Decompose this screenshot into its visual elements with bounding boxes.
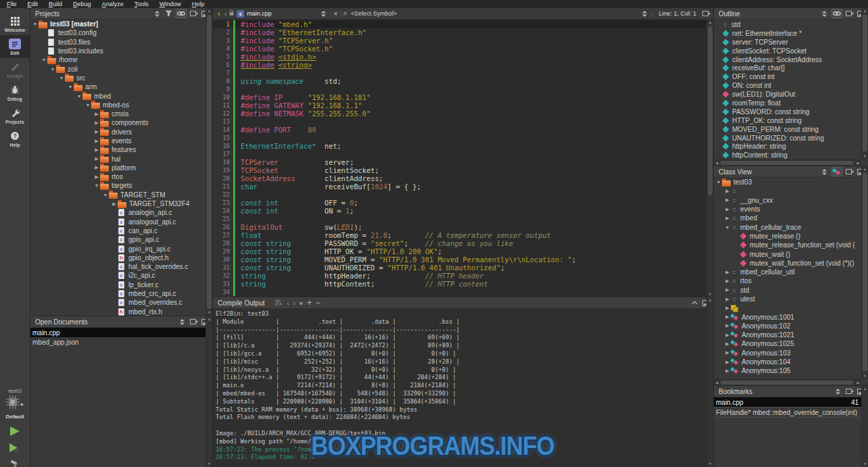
zoom-out-icon[interactable]: − <box>316 298 320 308</box>
tree-item[interactable]: ▶platform <box>30 164 206 172</box>
tree-item[interactable]: ▶Anonymous:103 <box>714 349 861 358</box>
tree-item[interactable]: ▶Anonymous:1025 <box>714 339 861 348</box>
tree-item[interactable]: ▶components <box>30 118 206 127</box>
tree-item[interactable]: ccan_api.c <box>30 226 206 235</box>
tree-item[interactable]: ▼mbed <box>30 91 206 100</box>
code-line[interactable]: 33string httpContent; // HTTP content <box>213 280 706 288</box>
code-line[interactable]: 9 <box>213 85 706 93</box>
tree-item[interactable]: ▶Anonymous:104 <box>714 358 861 366</box>
detach-panel-icon[interactable] <box>189 9 198 18</box>
nav-back-icon[interactable]: ‹ <box>218 9 220 18</box>
tree-item[interactable]: ▶::events <box>714 205 861 214</box>
tree-item[interactable]: mutex_release () <box>714 232 861 241</box>
editor-scrollbar[interactable]: ▲▼ <box>706 20 713 297</box>
outline-item[interactable]: ON: const int <box>714 81 861 90</box>
chevron-right-icon[interactable]: ▶ <box>724 278 731 284</box>
open-document-item[interactable]: mbed_app.json <box>30 337 206 347</box>
code-line[interactable]: 5#include <stdio.h> <box>213 53 706 61</box>
tree-item[interactable]: ▶Anonymous:102 <box>714 322 861 330</box>
debug-run-button[interactable] <box>8 443 22 457</box>
code-line[interactable]: 17 <box>213 150 706 158</box>
tree-item[interactable]: ▶cmsis <box>30 109 206 118</box>
menu-tools[interactable]: Tools <box>129 0 154 8</box>
code-line[interactable]: 18TCPServer server; <box>213 158 706 166</box>
tree-item[interactable]: clp_ticker.c <box>30 280 206 289</box>
collapse-output-icon[interactable] <box>690 299 699 307</box>
outline-item[interactable]: HTTP_OK: const string <box>714 116 861 125</box>
outline-item[interactable]: receiveBuf: char[] <box>714 64 861 72</box>
tree-item[interactable]: ▶Anonymous:1001 <box>714 312 861 321</box>
tree-item[interactable]: ▼zoli <box>30 64 206 73</box>
code-line[interactable]: 20SocketAddress clientAddress; <box>213 174 706 182</box>
tree-item[interactable]: cgpio_api.c <box>30 235 206 244</box>
outline-item[interactable]: clientAddress: SocketAddress <box>714 55 861 64</box>
chevron-right-icon[interactable]: ▶ <box>111 201 118 207</box>
code-line[interactable]: 3#include "TCPServer.h" <box>213 36 706 45</box>
tree-item[interactable]: ▶::rtos <box>714 276 861 285</box>
chevron-right-icon[interactable]: ▶ <box>93 156 100 162</box>
class-view-hscrollbar[interactable]: ◀▶ <box>714 379 861 385</box>
code-line[interactable]: 24const int ON = 1; <box>213 207 706 215</box>
sidebar-item-projects[interactable]: Projects <box>0 104 30 127</box>
tree-item[interactable]: ci2c_api.c <box>30 271 206 280</box>
tree-item[interactable]: ▶rtos <box>30 172 206 181</box>
code-line[interactable]: 1#include "mbed.h" <box>213 20 706 28</box>
code-line[interactable]: 26DigitalOut sw(LED1); <box>213 223 706 231</box>
bookmarks-scrollbar[interactable]: ▲▼ <box>861 386 868 467</box>
sidebar-item-edit[interactable]: Edit <box>0 35 30 58</box>
wrap-lines-icon[interactable] <box>274 299 283 307</box>
tree-item[interactable]: ▶events <box>30 137 206 145</box>
chevron-right-icon[interactable]: ▶ <box>93 174 100 180</box>
tree-item[interactable]: test03.includes <box>30 47 206 55</box>
output-scrollbar[interactable]: ▲▼ <box>706 297 713 467</box>
code-line[interactable]: 30const string MOVED_PERM = "HTTP/1.0 30… <box>213 255 706 264</box>
code-line[interactable]: 10#define IP "192.168.1.181" <box>213 93 706 101</box>
menu-debug[interactable]: Debug <box>68 0 97 8</box>
code-line[interactable]: 8using namespace std; <box>213 77 706 85</box>
code-line[interactable]: 32string httpHeader; // HTTP header <box>213 272 706 280</box>
class-filter-icon[interactable] <box>831 167 842 176</box>
outline-item[interactable]: server: TCPServer <box>714 38 861 47</box>
tree-item[interactable]: ▼targets <box>30 181 206 190</box>
code-line[interactable]: 27float roomTemp = 21.8; // A temperatur… <box>213 231 706 239</box>
run-button[interactable] <box>9 426 21 439</box>
outline-vscrollbar[interactable]: ▲▼ <box>861 8 868 159</box>
prev-error-icon[interactable]: ‹ <box>287 299 289 307</box>
chevron-right-icon[interactable]: ▶ <box>93 129 100 134</box>
filter-icon[interactable] <box>164 9 173 18</box>
code-line[interactable]: 22 <box>213 191 706 199</box>
chevron-down-icon[interactable]: ▼ <box>724 225 731 230</box>
tree-item[interactable]: ▼::mbed_cellular_trace <box>714 222 861 231</box>
tree-item[interactable]: mutex_release_function_set (void ( <box>714 241 861 249</box>
code-line[interactable]: 13 <box>213 118 706 126</box>
tree-item[interactable]: ▼TARGET_STM <box>30 191 206 199</box>
next-error-icon[interactable]: › <box>293 299 295 307</box>
class-view-vscrollbar[interactable]: ▲▼ <box>861 166 868 379</box>
menu-analyze[interactable]: Analyze <box>97 0 129 8</box>
tree-item[interactable]: ▶Anonymous:105 <box>714 366 861 375</box>
code-line[interactable]: 7 <box>213 69 706 77</box>
open-documents-scrollbar[interactable]: ▲▼ <box>206 316 212 467</box>
code-line[interactable]: 25 <box>213 215 706 223</box>
symbol-selector[interactable]: <Select Symbol> <box>351 10 640 17</box>
chevron-right-icon[interactable]: ▶ <box>93 120 100 126</box>
menu-file[interactable]: File <box>1 0 22 8</box>
chevron-right-icon[interactable]: ▶ <box>93 165 100 170</box>
chevron-right-icon[interactable]: ▶ <box>93 139 100 144</box>
code-line[interactable]: 34 <box>213 288 706 296</box>
sort-icon[interactable] <box>820 9 829 18</box>
code-line[interactable]: 11#define GATEWAY "192.168.1.1" <box>213 101 706 109</box>
tree-item[interactable]: cmbed_overrides.c <box>30 298 206 307</box>
outline-item[interactable]: PASSWORD: const string <box>714 107 861 116</box>
tree-item[interactable]: test03.config <box>30 28 206 37</box>
tree-item[interactable]: ▶TARGET_STM32F4 <box>30 199 206 208</box>
detach-panel-icon[interactable] <box>845 9 854 18</box>
sort-icon[interactable] <box>153 9 162 18</box>
chevron-down-icon[interactable]: ▼ <box>58 76 65 80</box>
detach-panel-icon[interactable] <box>845 387 854 395</box>
tree-item[interactable]: canalogout_api.c <box>30 218 206 226</box>
chevron-right-icon[interactable]: ▶ <box>724 305 731 311</box>
detach-panel-icon[interactable] <box>845 168 854 176</box>
chevron-right-icon[interactable]: ▶ <box>724 216 731 221</box>
tree-item[interactable]: ▶::mbed_cellular_util <box>714 268 861 276</box>
